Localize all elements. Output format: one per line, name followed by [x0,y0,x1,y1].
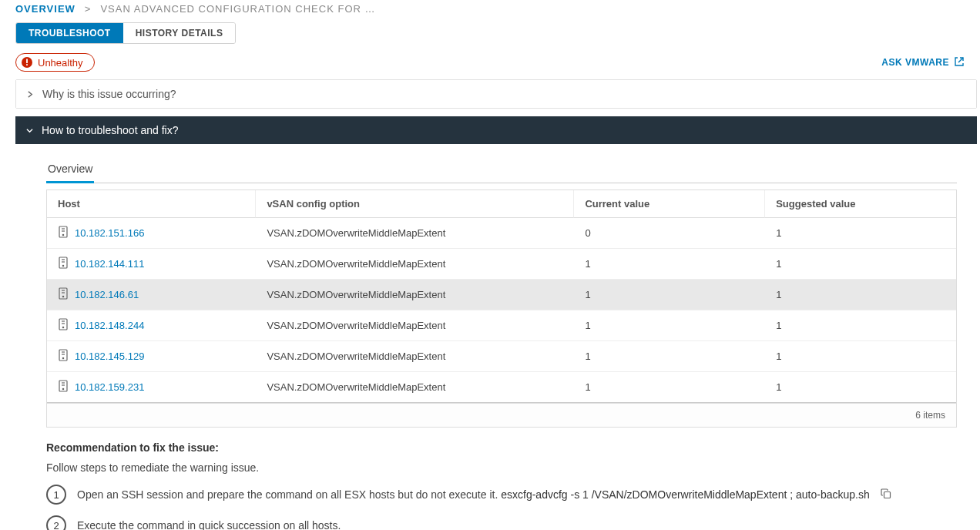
svg-point-14 [62,296,63,297]
svg-rect-2 [26,64,28,65]
breadcrumb-current: VSAN ADVANCED CONFIGURATION CHECK FOR … [100,3,375,15]
col-header-current[interactable]: Current value [574,190,765,218]
col-header-suggested[interactable]: Suggested value [765,190,956,218]
step-text: Execute the command in quick succession … [77,519,341,530]
chevron-right-icon [27,88,35,100]
table-row[interactable]: 10.182.148.244VSAN.zDOMOverwriteMiddleMa… [47,310,956,341]
tab-history-details[interactable]: HISTORY DETAILS [123,23,236,43]
host-link[interactable]: 10.182.151.166 [75,227,144,239]
host-icon [58,257,69,271]
ask-vmware-label: ASK VMWARE [881,57,949,68]
recommendation-step: 1Open an SSH session and prepare the com… [46,485,957,505]
cell-current: 1 [574,310,765,341]
recommendation-step: 2Execute the command in quick succession… [46,515,957,530]
error-circle-icon [21,56,33,69]
table-footer-count: 6 items [46,404,957,428]
tab-troubleshoot[interactable]: TROUBLESHOOT [16,23,123,43]
panel-why-occurring: Why is this issue occurring? [15,79,977,109]
col-header-option[interactable]: vSAN config option [256,190,574,218]
panel-how-fix: How to troubleshoot and fix? Overview Ho… [15,116,977,530]
status-badge: Unhealthy [15,53,95,72]
host-link[interactable]: 10.182.145.129 [75,351,144,362]
cell-suggested: 1 [765,310,956,341]
primary-tabs: TROUBLESHOOT HISTORY DETAILS [15,22,236,44]
table-row[interactable]: 10.182.146.61VSAN.zDOMOverwriteMiddleMap… [47,280,956,310]
external-link-icon [954,56,965,69]
ask-vmware-link[interactable]: ASK VMWARE [881,56,965,69]
svg-point-22 [62,357,63,358]
host-icon [58,349,69,364]
step-command: esxcfg-advcfg -s 1 /VSAN/zDOMOverwriteMi… [501,488,870,501]
svg-rect-27 [884,491,890,498]
panel-why-header[interactable]: Why is this issue occurring? [16,80,976,108]
cell-option: VSAN.zDOMOverwriteMiddleMapExtent [256,341,574,372]
breadcrumb-separator: > [85,3,92,15]
status-badge-label: Unhealthy [38,57,83,69]
cell-current: 0 [574,218,765,249]
host-icon [58,287,69,302]
host-icon [58,380,69,394]
host-link[interactable]: 10.182.148.244 [75,320,144,331]
host-link[interactable]: 10.182.159.231 [75,381,144,393]
subtab-overview[interactable]: Overview [46,158,94,183]
cell-suggested: 1 [765,249,956,280]
config-table: Host vSAN config option Current value Su… [46,190,957,404]
svg-point-6 [62,234,63,235]
host-link[interactable]: 10.182.146.61 [75,289,139,300]
step-number-badge: 1 [46,485,66,505]
col-header-host[interactable]: Host [47,190,256,218]
cell-current: 1 [574,249,765,280]
chevron-down-icon [26,124,34,136]
panel-how-header[interactable]: How to troubleshoot and fix? [15,116,977,144]
cell-option: VSAN.zDOMOverwriteMiddleMapExtent [256,310,574,341]
cell-current: 1 [574,372,765,403]
cell-option: VSAN.zDOMOverwriteMiddleMapExtent [256,280,574,310]
step-number-badge: 2 [46,515,66,530]
cell-suggested: 1 [765,218,956,249]
svg-point-18 [62,327,63,327]
breadcrumb: OVERVIEW > VSAN ADVANCED CONFIGURATION C… [15,0,980,21]
host-link[interactable]: 10.182.144.111 [75,258,144,270]
recommendation-title: Recommendation to fix the issue: [46,441,957,454]
cell-option: VSAN.zDOMOverwriteMiddleMapExtent [256,372,574,403]
host-icon [58,318,69,333]
svg-point-26 [62,388,63,389]
panel-why-title: Why is this issue occurring? [42,88,176,100]
recommendation-subtitle: Follow steps to remediate the warning is… [46,461,957,474]
svg-point-10 [62,265,63,266]
cell-current: 1 [574,341,765,372]
cell-current: 1 [574,280,765,310]
subtabs: Overview [46,158,957,183]
panel-how-title: How to troubleshoot and fix? [42,124,178,136]
cell-suggested: 1 [765,341,956,372]
copy-icon[interactable] [881,488,891,501]
table-row[interactable]: 10.182.144.111VSAN.zDOMOverwriteMiddleMa… [47,249,956,280]
step-text: Open an SSH session and prepare the comm… [77,488,870,501]
table-row[interactable]: 10.182.159.231VSAN.zDOMOverwriteMiddleMa… [47,372,956,403]
cell-suggested: 1 [765,280,956,310]
table-row[interactable]: 10.182.145.129VSAN.zDOMOverwriteMiddleMa… [47,341,956,372]
svg-rect-1 [26,59,28,64]
cell-option: VSAN.zDOMOverwriteMiddleMapExtent [256,218,574,249]
table-row[interactable]: 10.182.151.166VSAN.zDOMOverwriteMiddleMa… [47,218,956,249]
host-icon [58,226,69,240]
cell-suggested: 1 [765,372,956,403]
breadcrumb-overview-link[interactable]: OVERVIEW [15,3,76,15]
cell-option: VSAN.zDOMOverwriteMiddleMapExtent [256,249,574,280]
